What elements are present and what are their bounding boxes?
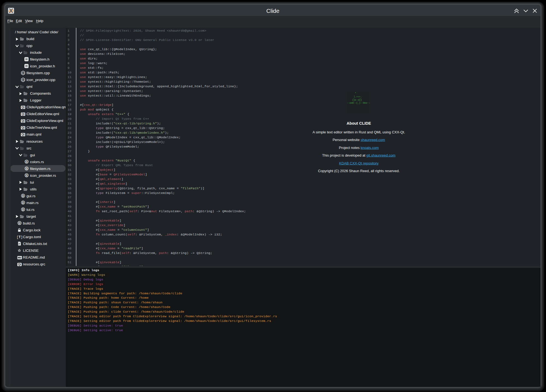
svg-text:R: R bbox=[22, 201, 24, 204]
svg-text:R: R bbox=[25, 174, 28, 177]
svg-text:R: R bbox=[22, 194, 24, 198]
svg-text:+: + bbox=[24, 73, 25, 74]
svg-text:R: R bbox=[25, 167, 28, 170]
svg-text:R: R bbox=[25, 160, 28, 163]
svg-text:Qt: Qt bbox=[22, 106, 25, 109]
svg-text:Qt: Qt bbox=[18, 263, 21, 266]
svg-text:[T]: [T] bbox=[17, 235, 22, 239]
svg-text:H: H bbox=[25, 64, 28, 68]
svg-text:Qt: Qt bbox=[22, 113, 25, 116]
svg-text:Qt: Qt bbox=[22, 126, 25, 129]
svg-text:R: R bbox=[22, 208, 24, 211]
svg-text:Qt: Qt bbox=[22, 133, 25, 136]
svg-text:R: R bbox=[18, 222, 21, 225]
svg-text:Qt: Qt bbox=[22, 119, 25, 122]
svg-text:+: + bbox=[24, 80, 25, 81]
svg-text:H: H bbox=[25, 58, 28, 61]
